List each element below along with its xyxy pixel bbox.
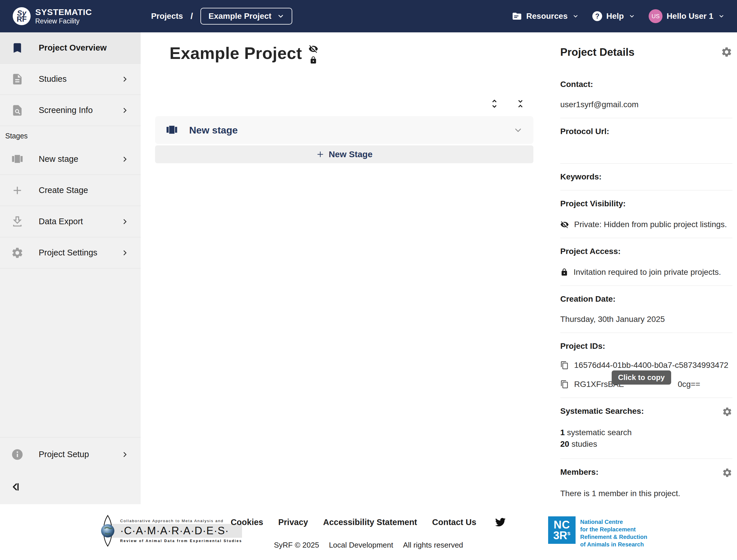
sidebar-item-label: Project Overview [39,43,107,53]
breadcrumb: Projects / Example Project [151,8,292,25]
page-title: Example Project [170,43,302,64]
brand-line1: SYSTEMATIC [35,7,92,17]
project-id-row[interactable]: 16576d44-01bb-4400-b0a7-c58734993472 [560,361,732,370]
creation-date-value: Thursday, 30th January 2025 [560,315,732,324]
visibility-label: Project Visibility: [560,199,732,208]
expand-all-icon[interactable] [489,98,500,109]
members-label: Members: [560,468,598,477]
sidebar-spacer [0,268,141,437]
breadcrumb-projects-link[interactable]: Projects [151,12,183,21]
sidebar: Project Overview Studies Screening Info … [0,32,141,504]
add-new-stage-button[interactable]: New Stage [155,145,533,163]
chevron-right-icon [121,218,129,225]
sidebar-item-new-stage[interactable]: New stage [0,144,141,175]
sidebar-item-studies[interactable]: Studies [0,64,141,95]
footer-link-contact[interactable]: Contact Us [432,518,476,527]
user-avatar: US [649,9,662,23]
resources-menu[interactable]: Resources [512,11,578,21]
camarades-globe-icon [98,515,117,547]
contact-label: Contact: [560,80,732,89]
chevron-down-icon [277,13,284,20]
sidebar-item-project-settings[interactable]: Project Settings [0,237,141,268]
project-details-gear-icon[interactable] [721,46,732,58]
collapse-all-icon[interactable] [515,98,526,109]
project-selector-label: Example Project [209,12,272,21]
project-ids-label: Project IDs: [560,342,732,351]
sidebar-item-create-stage[interactable]: Create Stage [0,175,141,206]
chevron-down-icon[interactable] [513,125,523,135]
access-section: Project Access: Invitation required to j… [560,238,732,286]
brand-line2: Review Facility [35,17,92,25]
sidebar-item-label: Studies [39,74,67,84]
copy-icon [560,361,569,370]
footer-link-cookies[interactable]: Cookies [231,518,263,527]
project-id-value-suffix: 0cg== [678,380,700,389]
stage-name: New stage [189,125,238,136]
stage-panel-header[interactable]: New stage [155,116,533,144]
environment-text: Local Development [329,541,393,550]
eye-off-icon [560,220,569,229]
sidebar-section-stages: Stages [0,126,141,144]
sidebar-item-project-overview[interactable]: Project Overview [0,32,141,64]
footer-links: Cookies Privacy Accessibility Statement … [231,517,506,527]
project-selector-dropdown[interactable]: Example Project [201,8,292,25]
top-navbar: Sy RF SYSTEMATIC Review Facility Project… [0,0,737,32]
resources-label: Resources [526,12,567,21]
members-count-text: There is 1 member in this project. [560,489,732,498]
syrf-logo[interactable]: Sy RF [13,7,31,25]
contact-value: user1syrf@gmail.com [560,100,732,109]
project-details-heading: Project Details [560,46,634,58]
keywords-section: Keywords: [560,164,732,190]
visibility-value: Private: Hidden from public project list… [574,220,727,229]
copyright-text: SyRF © 2025 [274,541,319,550]
studies-count-line: 20 studies [560,438,732,450]
camarades-tagline-bottom: Review of Animal Data from Experimental … [120,539,242,543]
chevron-right-icon [121,107,129,114]
searches-gear-icon[interactable] [722,407,732,417]
footer-link-accessibility[interactable]: Accessibility Statement [323,518,417,527]
sidebar-item-label: Create Stage [39,186,88,195]
protocol-url-label: Protocol Url: [560,127,732,136]
nc3rs-logo-text: National Centre for the Replacement Refi… [580,518,647,548]
sidebar-collapse-button[interactable] [10,481,21,493]
members-gear-icon[interactable] [722,468,732,478]
breadcrumb-separator: / [191,11,193,21]
footer-link-privacy[interactable]: Privacy [278,518,308,527]
help-menu[interactable]: ? Help [592,11,635,21]
stage-carousel-icon [11,153,24,166]
systematic-searches-section: Systematic Searches: 1 systematic search… [560,398,732,459]
sidebar-item-project-setup[interactable]: Project Setup [0,437,141,471]
info-icon [11,448,24,461]
chevron-right-icon [121,451,129,458]
bookmark-icon [11,42,24,54]
syrf-logo-text-bottom: RF [17,16,27,22]
document-icon [11,73,24,86]
nc3rs-logo[interactable]: NC 3Rs National Centre for the Replaceme… [548,516,647,548]
protocol-url-section: Protocol Url: [560,118,732,164]
help-icon: ? [592,11,602,21]
access-value: Invitation required to join private proj… [573,268,721,277]
systematic-searches-label: Systematic Searches: [560,407,644,416]
camarades-logo[interactable]: Collaborative Approach to Meta Analysis … [98,515,242,547]
stage-list-tools [155,98,533,109]
camarades-tagline-top: Collaborative Approach to Meta Analysis … [120,519,242,523]
user-menu[interactable]: US Hello User 1 [649,9,724,23]
keywords-label: Keywords: [560,172,732,181]
creation-date-section: Creation Date: Thursday, 30th January 20… [560,286,732,333]
help-label: Help [606,12,624,21]
chevron-down-icon [629,13,635,19]
access-label: Project Access: [560,247,732,256]
contact-section: Contact: user1syrf@gmail.com [560,58,732,118]
project-id-value: 16576d44-01bb-4400-b0a7-c58734993472 [574,361,728,370]
gear-icon [11,246,24,259]
rights-text: All rights reserved [403,541,463,550]
sidebar-item-label: Data Export [39,217,83,226]
lock-icon [560,268,568,276]
sidebar-item-screening-info[interactable]: Screening Info [0,95,141,126]
project-id-row[interactable]: RG1XFrsBAE0cg== Click to copy [560,380,732,389]
twitter-icon[interactable] [494,517,506,527]
chevron-right-icon [121,75,129,83]
brand-text: SYSTEMATIC Review Facility [35,7,92,25]
user-greeting: Hello User 1 [667,12,713,21]
sidebar-item-data-export[interactable]: Data Export [0,206,141,237]
